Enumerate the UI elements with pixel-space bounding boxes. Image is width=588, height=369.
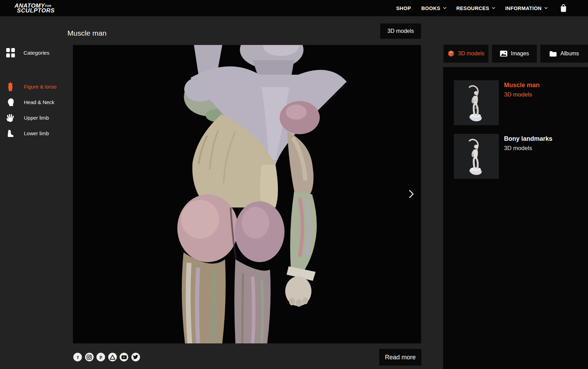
facebook-icon[interactable]: f <box>73 353 82 361</box>
page-title: Muscle man <box>67 29 106 37</box>
sidebar-item-upper-limb[interactable]: Upper limb <box>6 110 67 126</box>
model-title: Muscle man <box>504 82 540 89</box>
list-item-bony-landmarks[interactable]: Bony landmarks 3D models <box>454 134 582 179</box>
top-header: ANATOMYFOR SCULPTORS SHOP BOOKS RESOURCE… <box>0 0 588 16</box>
model-subtitle: 3D models <box>504 145 532 152</box>
site-logo[interactable]: ANATOMYFOR SCULPTORS <box>15 3 55 13</box>
categories-header[interactable]: Categories <box>6 48 49 57</box>
nav-books[interactable]: BOOKS <box>421 6 446 11</box>
twitter-icon[interactable] <box>131 353 140 361</box>
drive-icon[interactable] <box>108 353 117 361</box>
nav-information[interactable]: INFORMATION <box>505 6 547 11</box>
next-arrow-icon[interactable] <box>407 188 416 200</box>
svg-text:p: p <box>100 354 102 359</box>
folder-icon <box>549 51 557 57</box>
logo-line2: SCULPTORS <box>15 8 55 13</box>
youtube-icon[interactable] <box>120 353 128 361</box>
tab-images[interactable]: Images <box>492 45 537 63</box>
read-more-button[interactable]: Read more <box>379 349 421 366</box>
chevron-down-icon <box>544 6 548 9</box>
cube-icon <box>448 50 455 57</box>
torso-icon <box>6 82 15 91</box>
sidebar-item-figure-torso[interactable]: Figure & torso <box>6 79 67 94</box>
sidebar-item-lower-limb[interactable]: Lower limb <box>6 126 67 141</box>
social-links: f p <box>73 353 140 361</box>
nav-shop[interactable]: SHOP <box>396 6 411 11</box>
shopping-bag-icon[interactable] <box>560 4 567 12</box>
type-badge: 3D models <box>380 24 421 39</box>
model-thumbnail <box>454 80 499 125</box>
muscle-man-render <box>73 45 421 343</box>
chevron-down-icon <box>443 6 446 9</box>
model-subtitle: 3D models <box>504 91 532 98</box>
logo-line1-suffix: FOR <box>45 4 51 8</box>
model-list-panel: Muscle man 3D models Bony landmarks 3D m… <box>443 67 588 369</box>
list-item-muscle-man[interactable]: Muscle man 3D models <box>454 80 582 125</box>
main-nav: SHOP BOOKS RESOURCES INFORMATION <box>396 4 588 12</box>
category-menu: Figure & torso Head & Neck Upper limb <box>6 79 67 141</box>
svg-text:f: f <box>77 355 79 360</box>
head-icon <box>6 98 15 107</box>
tab-3d-models[interactable]: 3D models <box>444 45 488 63</box>
grid-icon <box>6 48 15 57</box>
model-viewer[interactable] <box>73 45 421 343</box>
model-thumbnail <box>454 134 499 179</box>
images-icon <box>500 50 507 57</box>
categories-label: Categories <box>24 50 49 56</box>
nav-resources[interactable]: RESOURCES <box>456 6 495 11</box>
hand-icon <box>6 114 15 122</box>
pinterest-icon[interactable]: p <box>96 353 105 361</box>
chevron-down-icon <box>492 6 495 9</box>
model-title: Bony landmarks <box>504 135 552 142</box>
tab-albums[interactable]: Albums <box>540 45 588 63</box>
sidebar-item-head-neck[interactable]: Head & Neck <box>6 94 67 110</box>
instagram-icon[interactable] <box>85 353 94 361</box>
foot-icon <box>6 129 15 138</box>
